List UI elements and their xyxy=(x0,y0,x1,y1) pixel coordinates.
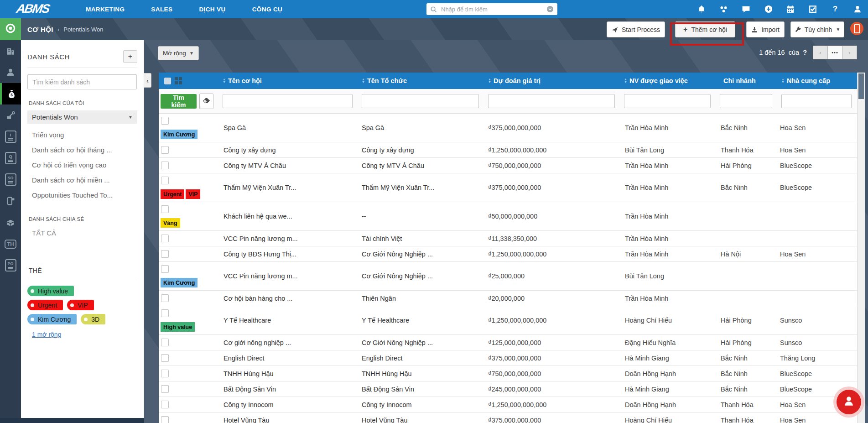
global-search[interactable] xyxy=(426,3,557,15)
table-row[interactable]: Hotel Vũng TàuHotel Vũng Tàu₫375,000,000… xyxy=(159,413,857,423)
calendar-icon[interactable] xyxy=(785,4,796,15)
sort-icon[interactable]: ▲▼ xyxy=(223,78,226,84)
column-header-ten-co-hoi[interactable]: ▲▼Tên cơ hội xyxy=(219,77,358,84)
breadcrumb-module[interactable]: CƠ HỘI xyxy=(27,26,53,33)
table-row[interactable]: TNHH Hùng HậuTNHH Hùng Hậu₫750,000,000,0… xyxy=(159,366,857,381)
row-checkbox[interactable] xyxy=(161,309,169,317)
callcenter-button[interactable] xyxy=(850,22,863,35)
module-tile[interactable] xyxy=(0,18,21,40)
table-row[interactable]: Kim CươngVCC Pin năng lương m...Cơ Giới … xyxy=(159,262,857,291)
table-row[interactable]: High valueY Tế HealthcareY Tế Healthcare… xyxy=(159,306,857,335)
selected-list[interactable]: Potentials Won ▼ xyxy=(27,110,137,124)
select-all-checkbox[interactable] xyxy=(164,78,171,84)
nav-item-marketing[interactable]: MARKETING xyxy=(86,6,125,13)
row-checkbox[interactable] xyxy=(161,146,169,154)
table-row[interactable]: VCC Pin năng lương m...Tài chính Việt₫11… xyxy=(159,231,857,246)
sort-icon[interactable]: ▲▼ xyxy=(781,78,785,84)
rail-invoices-icon[interactable]: I xyxy=(0,126,21,147)
search-submit-button[interactable]: Tìm kiếm xyxy=(161,94,197,109)
tag-filter-3d[interactable]: 3D xyxy=(81,314,105,324)
rail-purchase-orders-icon[interactable]: PO xyxy=(0,255,21,276)
row-checkbox[interactable] xyxy=(161,250,169,258)
column-header-du-doan-gia-tri[interactable]: ▲▼Dự đoán giá trị xyxy=(484,77,620,84)
user-account-icon[interactable] xyxy=(852,4,863,15)
start-process-button[interactable]: Start Process xyxy=(607,21,665,37)
rail-sales-orders-icon[interactable]: SO xyxy=(0,169,21,190)
tasks-check-icon[interactable] xyxy=(807,4,818,15)
search-scope-chevron-icon[interactable] xyxy=(546,5,554,13)
rail-products-icon[interactable] xyxy=(0,212,21,233)
column-header-chi-nhanh[interactable]: Chi nhánh xyxy=(716,77,778,84)
list-search-input[interactable] xyxy=(27,74,137,89)
rail-contacts-icon[interactable] xyxy=(0,62,21,83)
sort-icon[interactable]: ▲▼ xyxy=(362,78,365,84)
rail-opportunities-icon[interactable]: $ xyxy=(0,83,21,104)
prev-page-button[interactable]: ‹ xyxy=(813,46,828,59)
nav-item-cong-cu[interactable]: CÔNG CỤ xyxy=(252,6,283,13)
page-options-button[interactable]: ••• xyxy=(827,46,842,59)
filter-input-chi-nhanh[interactable] xyxy=(720,94,772,108)
table-row[interactable]: Cơ giới nông nghiệp ...Cơ Giới Nông Nghi… xyxy=(159,335,857,350)
row-checkbox[interactable] xyxy=(161,177,169,184)
row-checkbox[interactable] xyxy=(161,370,169,377)
tag-filter-urgent[interactable]: Urgent xyxy=(27,300,63,310)
chat-bubble-icon[interactable] xyxy=(741,4,752,15)
rail-th-module-icon[interactable]: TH xyxy=(0,233,21,255)
table-row[interactable]: VàngKhách liên hệ qua we...--₫50,000,000… xyxy=(159,202,857,231)
filter-input-ten-to-chuc[interactable] xyxy=(362,94,479,108)
quick-add-plus-icon[interactable] xyxy=(763,4,774,15)
sidebar-list-tat-ca[interactable]: TẤT CẢ xyxy=(32,225,144,240)
row-checkbox[interactable] xyxy=(161,205,169,213)
rail-quotes-icon[interactable]: Q xyxy=(0,147,21,169)
filter-input-nha-cung-cap[interactable] xyxy=(781,94,852,108)
table-row[interactable]: Kim CươngSpa GàSpa Gà₫375,000,000,000Trầ… xyxy=(159,114,857,142)
tag-filter-kim-cuong[interactable]: Kim Cương xyxy=(27,314,77,324)
rail-organizations-icon[interactable] xyxy=(0,40,21,62)
next-page-button[interactable]: › xyxy=(842,46,857,59)
row-checkbox[interactable] xyxy=(161,385,169,393)
row-checkbox[interactable] xyxy=(161,354,169,362)
table-row[interactable]: English DirectEnglish Direct₫375,000,000… xyxy=(159,350,857,366)
row-checkbox[interactable] xyxy=(161,401,169,408)
filter-input-nv-duoc-giao-viec[interactable] xyxy=(624,94,711,108)
global-search-input[interactable] xyxy=(440,5,543,13)
row-checkbox[interactable] xyxy=(161,416,169,423)
row-checkbox[interactable] xyxy=(161,265,169,273)
row-checkbox[interactable] xyxy=(161,339,169,346)
sidebar-list-danh-sach-co-hoi-mien[interactable]: Danh sách cơ hội miền ... xyxy=(32,172,144,188)
notifications-bell-icon[interactable] xyxy=(696,4,707,15)
table-row[interactable]: Cơ hội bán hàng cho ...Thiên Ngân₫20,000… xyxy=(159,291,857,306)
import-button[interactable]: Import xyxy=(746,21,785,37)
nav-item-dich-vu[interactable]: DỊCH VỤ xyxy=(199,6,225,13)
sidebar-list-trien-vong[interactable]: Triển vọng xyxy=(32,127,144,142)
filter-input-ten-co-hoi[interactable] xyxy=(223,94,353,108)
sidebar-collapse-handle[interactable]: ‹ xyxy=(144,73,151,88)
column-header-nv-duoc-giao-viec[interactable]: ▲▼NV được giao việc xyxy=(620,77,716,84)
scrollbar-thumb[interactable] xyxy=(858,73,864,99)
clear-filters-button[interactable] xyxy=(199,94,213,109)
sidebar-list-danh-sach-co-hoi-thang[interactable]: Danh sách cơ hội tháng ... xyxy=(32,142,144,157)
tag-filter-high-value[interactable]: High value xyxy=(27,286,74,296)
vertical-scrollbar[interactable] xyxy=(857,73,865,423)
table-row[interactable]: Công ty xây dựngCông ty xây dựng₫1,250,0… xyxy=(159,142,857,158)
customize-button[interactable]: Tùy chỉnh ▼ xyxy=(790,21,844,37)
column-header-ten-to-chuc[interactable]: ▲▼Tên Tổ chức xyxy=(358,77,484,84)
table-row[interactable]: Công ty MTV Á ChâuCông ty MTV Á Châu₫750… xyxy=(159,158,857,173)
table-row[interactable]: UrgentVIPThẩm Mỹ Viện Xuân Tr...Thẩm Mỹ … xyxy=(159,173,857,202)
row-checkbox[interactable] xyxy=(161,235,169,242)
rail-sms-icon[interactable] xyxy=(0,190,21,212)
expand-view-button[interactable]: Mở rộng ▼ xyxy=(158,46,199,60)
row-checkbox[interactable] xyxy=(161,294,169,302)
row-checkbox[interactable] xyxy=(161,162,169,169)
grid-view-icon[interactable] xyxy=(175,77,182,84)
tag-filter-vip[interactable]: VIP xyxy=(67,300,94,310)
sort-icon[interactable]: ▲▼ xyxy=(624,78,627,84)
nav-item-sales[interactable]: SALES xyxy=(151,6,172,13)
help-icon[interactable]: ? xyxy=(830,4,841,15)
sidebar-list-co-hoi-co-trien-vong-cao[interactable]: Cơ hội có triển vọng cao xyxy=(32,157,144,172)
row-checkbox[interactable] xyxy=(161,117,169,125)
add-opportunity-button[interactable]: + Thêm cơ hội xyxy=(675,21,735,37)
tags-expand-link[interactable]: 1 mở rộng xyxy=(32,331,61,338)
modules-cluster-icon[interactable] xyxy=(718,4,729,15)
table-row[interactable]: Công ty BĐS Hưng Thị...Cơ Giới Nông Nghi… xyxy=(159,246,857,262)
